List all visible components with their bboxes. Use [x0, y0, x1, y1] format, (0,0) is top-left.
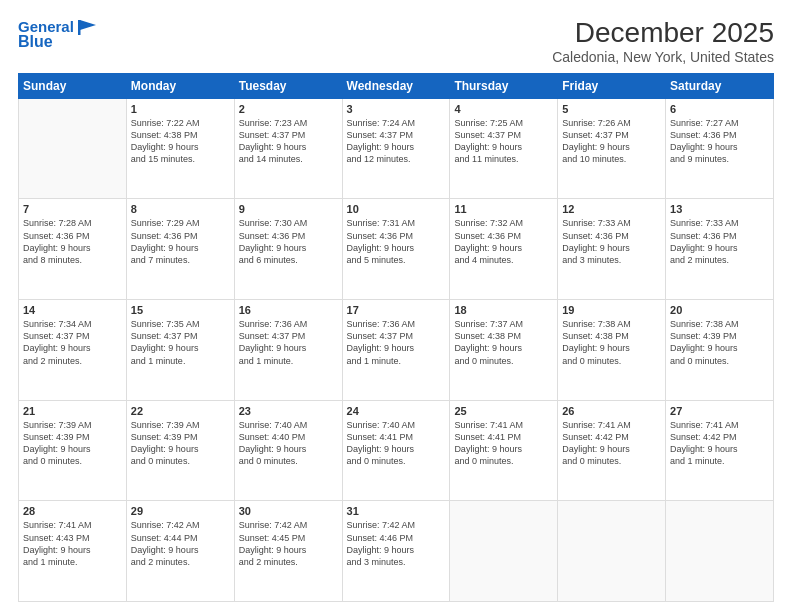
day-info: Sunrise: 7:41 AMSunset: 4:41 PMDaylight:… [454, 419, 553, 468]
calendar-cell: 21Sunrise: 7:39 AMSunset: 4:39 PMDayligh… [19, 400, 127, 501]
day-number: 30 [239, 505, 338, 517]
day-header-thursday: Thursday [450, 73, 558, 98]
day-number: 23 [239, 405, 338, 417]
calendar-cell: 18Sunrise: 7:37 AMSunset: 4:38 PMDayligh… [450, 300, 558, 401]
calendar-cell: 13Sunrise: 7:33 AMSunset: 4:36 PMDayligh… [666, 199, 774, 300]
day-number: 12 [562, 203, 661, 215]
calendar-week-row: 1Sunrise: 7:22 AMSunset: 4:38 PMDaylight… [19, 98, 774, 199]
day-info: Sunrise: 7:34 AMSunset: 4:37 PMDaylight:… [23, 318, 122, 367]
calendar-cell: 3Sunrise: 7:24 AMSunset: 4:37 PMDaylight… [342, 98, 450, 199]
day-number: 25 [454, 405, 553, 417]
day-info: Sunrise: 7:41 AMSunset: 4:42 PMDaylight:… [670, 419, 769, 468]
calendar-week-row: 28Sunrise: 7:41 AMSunset: 4:43 PMDayligh… [19, 501, 774, 602]
calendar-cell: 24Sunrise: 7:40 AMSunset: 4:41 PMDayligh… [342, 400, 450, 501]
day-info: Sunrise: 7:28 AMSunset: 4:36 PMDaylight:… [23, 217, 122, 266]
logo-flag-icon [76, 18, 98, 36]
calendar-title: December 2025 [552, 18, 774, 49]
calendar-cell: 29Sunrise: 7:42 AMSunset: 4:44 PMDayligh… [126, 501, 234, 602]
calendar-cell: 28Sunrise: 7:41 AMSunset: 4:43 PMDayligh… [19, 501, 127, 602]
calendar-cell: 5Sunrise: 7:26 AMSunset: 4:37 PMDaylight… [558, 98, 666, 199]
day-header-friday: Friday [558, 73, 666, 98]
day-info: Sunrise: 7:30 AMSunset: 4:36 PMDaylight:… [239, 217, 338, 266]
day-number: 20 [670, 304, 769, 316]
day-info: Sunrise: 7:38 AMSunset: 4:38 PMDaylight:… [562, 318, 661, 367]
calendar-cell: 16Sunrise: 7:36 AMSunset: 4:37 PMDayligh… [234, 300, 342, 401]
day-number: 16 [239, 304, 338, 316]
calendar-cell: 25Sunrise: 7:41 AMSunset: 4:41 PMDayligh… [450, 400, 558, 501]
day-number: 3 [347, 103, 446, 115]
calendar-week-row: 21Sunrise: 7:39 AMSunset: 4:39 PMDayligh… [19, 400, 774, 501]
day-info: Sunrise: 7:24 AMSunset: 4:37 PMDaylight:… [347, 117, 446, 166]
day-number: 19 [562, 304, 661, 316]
day-number: 22 [131, 405, 230, 417]
day-info: Sunrise: 7:26 AMSunset: 4:37 PMDaylight:… [562, 117, 661, 166]
day-info: Sunrise: 7:41 AMSunset: 4:43 PMDaylight:… [23, 519, 122, 568]
calendar-cell: 12Sunrise: 7:33 AMSunset: 4:36 PMDayligh… [558, 199, 666, 300]
day-info: Sunrise: 7:22 AMSunset: 4:38 PMDaylight:… [131, 117, 230, 166]
calendar-cell: 14Sunrise: 7:34 AMSunset: 4:37 PMDayligh… [19, 300, 127, 401]
day-number: 5 [562, 103, 661, 115]
calendar-cell: 11Sunrise: 7:32 AMSunset: 4:36 PMDayligh… [450, 199, 558, 300]
day-info: Sunrise: 7:33 AMSunset: 4:36 PMDaylight:… [670, 217, 769, 266]
calendar-cell: 9Sunrise: 7:30 AMSunset: 4:36 PMDaylight… [234, 199, 342, 300]
day-info: Sunrise: 7:32 AMSunset: 4:36 PMDaylight:… [454, 217, 553, 266]
day-number: 13 [670, 203, 769, 215]
day-info: Sunrise: 7:27 AMSunset: 4:36 PMDaylight:… [670, 117, 769, 166]
day-number: 17 [347, 304, 446, 316]
calendar-table: SundayMondayTuesdayWednesdayThursdayFrid… [18, 73, 774, 602]
day-info: Sunrise: 7:35 AMSunset: 4:37 PMDaylight:… [131, 318, 230, 367]
calendar-header-row: SundayMondayTuesdayWednesdayThursdayFrid… [19, 73, 774, 98]
day-header-sunday: Sunday [19, 73, 127, 98]
day-number: 11 [454, 203, 553, 215]
day-number: 7 [23, 203, 122, 215]
day-info: Sunrise: 7:37 AMSunset: 4:38 PMDaylight:… [454, 318, 553, 367]
calendar-cell: 23Sunrise: 7:40 AMSunset: 4:40 PMDayligh… [234, 400, 342, 501]
header: General Blue December 2025 Caledonia, Ne… [18, 18, 774, 65]
calendar-cell: 15Sunrise: 7:35 AMSunset: 4:37 PMDayligh… [126, 300, 234, 401]
calendar-cell: 27Sunrise: 7:41 AMSunset: 4:42 PMDayligh… [666, 400, 774, 501]
svg-rect-1 [78, 20, 81, 35]
day-info: Sunrise: 7:41 AMSunset: 4:42 PMDaylight:… [562, 419, 661, 468]
day-info: Sunrise: 7:36 AMSunset: 4:37 PMDaylight:… [347, 318, 446, 367]
day-info: Sunrise: 7:42 AMSunset: 4:44 PMDaylight:… [131, 519, 230, 568]
day-info: Sunrise: 7:23 AMSunset: 4:37 PMDaylight:… [239, 117, 338, 166]
calendar-cell: 17Sunrise: 7:36 AMSunset: 4:37 PMDayligh… [342, 300, 450, 401]
day-info: Sunrise: 7:40 AMSunset: 4:41 PMDaylight:… [347, 419, 446, 468]
day-number: 31 [347, 505, 446, 517]
day-header-tuesday: Tuesday [234, 73, 342, 98]
calendar-cell [666, 501, 774, 602]
day-info: Sunrise: 7:29 AMSunset: 4:36 PMDaylight:… [131, 217, 230, 266]
calendar-cell [450, 501, 558, 602]
day-number: 8 [131, 203, 230, 215]
calendar-cell: 26Sunrise: 7:41 AMSunset: 4:42 PMDayligh… [558, 400, 666, 501]
day-number: 27 [670, 405, 769, 417]
calendar-cell: 22Sunrise: 7:39 AMSunset: 4:39 PMDayligh… [126, 400, 234, 501]
logo: General Blue [18, 18, 98, 51]
calendar-cell: 7Sunrise: 7:28 AMSunset: 4:36 PMDaylight… [19, 199, 127, 300]
calendar-week-row: 7Sunrise: 7:28 AMSunset: 4:36 PMDaylight… [19, 199, 774, 300]
day-number: 6 [670, 103, 769, 115]
calendar-cell: 19Sunrise: 7:38 AMSunset: 4:38 PMDayligh… [558, 300, 666, 401]
day-info: Sunrise: 7:42 AMSunset: 4:46 PMDaylight:… [347, 519, 446, 568]
calendar-cell: 8Sunrise: 7:29 AMSunset: 4:36 PMDaylight… [126, 199, 234, 300]
day-number: 9 [239, 203, 338, 215]
day-info: Sunrise: 7:31 AMSunset: 4:36 PMDaylight:… [347, 217, 446, 266]
calendar-cell: 1Sunrise: 7:22 AMSunset: 4:38 PMDaylight… [126, 98, 234, 199]
title-section: December 2025 Caledonia, New York, Unite… [552, 18, 774, 65]
calendar-cell [558, 501, 666, 602]
day-info: Sunrise: 7:42 AMSunset: 4:45 PMDaylight:… [239, 519, 338, 568]
day-header-wednesday: Wednesday [342, 73, 450, 98]
day-number: 2 [239, 103, 338, 115]
day-number: 4 [454, 103, 553, 115]
calendar-cell: 20Sunrise: 7:38 AMSunset: 4:39 PMDayligh… [666, 300, 774, 401]
calendar-week-row: 14Sunrise: 7:34 AMSunset: 4:37 PMDayligh… [19, 300, 774, 401]
calendar-cell: 10Sunrise: 7:31 AMSunset: 4:36 PMDayligh… [342, 199, 450, 300]
day-info: Sunrise: 7:40 AMSunset: 4:40 PMDaylight:… [239, 419, 338, 468]
calendar-cell: 4Sunrise: 7:25 AMSunset: 4:37 PMDaylight… [450, 98, 558, 199]
day-number: 26 [562, 405, 661, 417]
day-header-saturday: Saturday [666, 73, 774, 98]
calendar-subtitle: Caledonia, New York, United States [552, 49, 774, 65]
logo-text-blue: Blue [18, 32, 53, 51]
calendar-page: General Blue December 2025 Caledonia, Ne… [0, 0, 792, 612]
day-number: 1 [131, 103, 230, 115]
